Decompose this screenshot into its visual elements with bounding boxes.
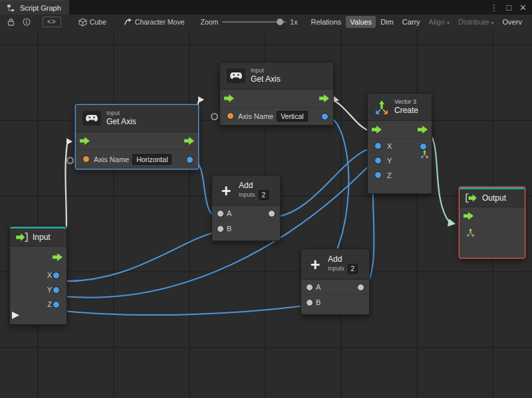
- node-header[interactable]: Output: [460, 189, 525, 207]
- value-in-port-a[interactable]: [306, 284, 313, 291]
- value-in-port-a[interactable]: [217, 210, 224, 217]
- zoom-slider[interactable]: [222, 18, 286, 26]
- input-row-a: A: [301, 280, 369, 294]
- z-in-port[interactable]: [374, 171, 382, 179]
- value-out-port[interactable]: [321, 113, 329, 120]
- axis-name-label: Axis Name: [238, 112, 273, 120]
- vector3-icon: [374, 100, 389, 114]
- input-row-a: A: [212, 206, 280, 221]
- flow-out-port[interactable]: [53, 253, 63, 261]
- node-header[interactable]: + Add Inputs 2: [301, 249, 369, 280]
- flow-row: [76, 132, 198, 149]
- flow-out-port[interactable]: [319, 94, 329, 102]
- carry-button[interactable]: Carry: [398, 16, 424, 28]
- script-context[interactable]: Character Move: [124, 18, 185, 27]
- inputs-count-field[interactable]: 2: [259, 190, 269, 200]
- row-label: X: [47, 271, 52, 279]
- unconnected-port-indicator[interactable]: [211, 113, 218, 120]
- flow-out-port[interactable]: [418, 126, 428, 134]
- node-add-2[interactable]: + Add Inputs 2 A B: [301, 249, 370, 315]
- unity-graph-window: Script Graph ⋮ □ ✕ <>: [0, 0, 532, 398]
- script-machine-icon: [124, 18, 132, 27]
- relations-button[interactable]: Relations: [307, 16, 345, 28]
- node-get-axis-horizontal[interactable]: Input Get Axis Axis Name Horizontal: [75, 104, 199, 169]
- value-in-port-b[interactable]: [217, 225, 224, 233]
- axis-name-row: Axis Name Horizontal: [76, 149, 198, 169]
- node-title: Create: [394, 106, 418, 115]
- chevron-down-icon: ▾: [491, 20, 494, 26]
- row-label: Y: [387, 157, 392, 165]
- flow-in-port[interactable]: [372, 126, 382, 134]
- row-label: A: [227, 209, 231, 217]
- sum-out-port[interactable]: [357, 284, 364, 291]
- x-in-port[interactable]: [374, 142, 382, 149]
- flow-in-port[interactable]: [464, 212, 473, 220]
- plus-icon: +: [308, 258, 323, 271]
- close-icon[interactable]: ✕: [519, 3, 527, 12]
- value-in-port-b[interactable]: [306, 299, 313, 306]
- row-label: B: [316, 298, 321, 306]
- row-label: X: [387, 142, 392, 150]
- x-out-port[interactable]: [53, 272, 60, 279]
- axis-name-field[interactable]: Horizontal: [132, 154, 172, 165]
- node-kind: Vector 3: [394, 98, 418, 106]
- y-row: Y: [10, 282, 66, 297]
- align-button[interactable]: Align▾: [425, 16, 454, 28]
- input-icon: [15, 233, 29, 242]
- string-in-port[interactable]: [227, 112, 234, 120]
- zoom-slider-handle[interactable]: [277, 19, 283, 25]
- graph-toolbar: <> Cube Character Move Zoom 1x Rela: [0, 15, 532, 30]
- inputs-label: Inputs: [239, 191, 255, 199]
- row-label: Z: [387, 171, 392, 179]
- code-view-toggle[interactable]: <>: [43, 17, 61, 27]
- node-kind: Input: [251, 67, 281, 74]
- graph-canvas[interactable]: Input Get Axis Axis Name Vertical: [0, 29, 532, 398]
- values-button[interactable]: Values: [346, 16, 376, 28]
- sum-out-port[interactable]: [268, 210, 275, 217]
- resize-handle-icon[interactable]: [12, 312, 19, 319]
- flow-row: [10, 247, 66, 268]
- script-label: Character Move: [135, 18, 185, 26]
- tab-script-graph[interactable]: Script Graph: [0, 0, 69, 15]
- node-header[interactable]: + Add Inputs 2: [212, 175, 280, 206]
- node-header[interactable]: Vector 3 Create: [368, 94, 432, 121]
- node-add-1[interactable]: + Add Inputs 2 A B: [211, 175, 281, 241]
- vector3-type-icon: [466, 228, 475, 237]
- distribute-button[interactable]: Distribute▾: [454, 16, 497, 28]
- flow-in-port[interactable]: [224, 94, 234, 102]
- node-vector3-create[interactable]: Vector 3 Create X Y: [367, 93, 432, 194]
- align-label: Align: [429, 18, 445, 26]
- y-in-port[interactable]: [374, 157, 382, 164]
- menu-kebab-icon[interactable]: ⋮: [489, 3, 498, 12]
- unconnected-port-indicator[interactable]: [66, 157, 74, 164]
- node-graph-output[interactable]: Output: [459, 187, 525, 258]
- x-row: X: [10, 268, 66, 282]
- value-row: [460, 225, 525, 239]
- axis-name-field[interactable]: Vertical: [277, 111, 307, 122]
- tab-bar: Script Graph ⋮ □ ✕: [0, 0, 532, 15]
- flow-out-port[interactable]: [184, 137, 194, 145]
- node-title: Output: [482, 193, 506, 203]
- node-graph-input[interactable]: Input X Y Z: [9, 226, 67, 325]
- overview-button[interactable]: Overv: [499, 16, 526, 28]
- lock-icon[interactable]: [5, 17, 16, 27]
- flow-in-port[interactable]: [80, 137, 90, 145]
- gameobject-context[interactable]: Cube: [78, 18, 106, 27]
- node-header[interactable]: Input: [10, 229, 66, 247]
- y-out-port[interactable]: [53, 286, 60, 294]
- inputs-label: Inputs: [328, 265, 344, 272]
- info-icon[interactable]: [21, 17, 32, 27]
- input-row-b: B: [301, 294, 369, 310]
- value-out-port[interactable]: [186, 156, 194, 163]
- zoom-value: 1x: [290, 18, 297, 26]
- axis-name-label: Axis Name: [94, 155, 129, 163]
- node-get-axis-vertical[interactable]: Input Get Axis Axis Name Vertical: [219, 62, 334, 126]
- z-out-port[interactable]: [53, 301, 60, 308]
- node-header[interactable]: Input Get Axis: [220, 62, 333, 90]
- plus-icon: +: [219, 184, 233, 197]
- maximize-icon[interactable]: □: [506, 3, 511, 12]
- dim-button[interactable]: Dim: [376, 16, 398, 28]
- string-in-port[interactable]: [82, 155, 90, 163]
- inputs-count-field[interactable]: 2: [348, 264, 358, 274]
- node-header[interactable]: Input Get Axis: [76, 105, 198, 132]
